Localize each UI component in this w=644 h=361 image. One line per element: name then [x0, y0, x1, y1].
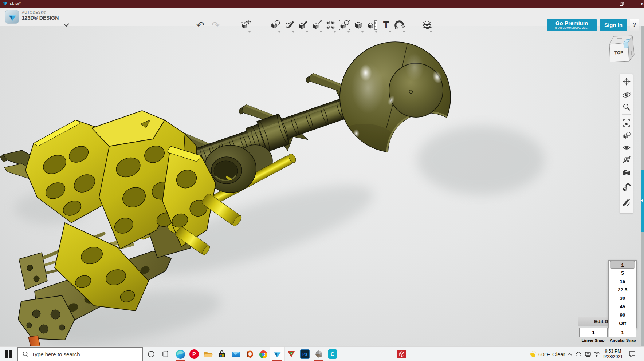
show-desktop-divider[interactable] — [643, 349, 643, 359]
snap-option[interactable]: 5 — [609, 269, 636, 277]
sketch-button[interactable] — [283, 19, 295, 31]
dropdown-caret[interactable] — [403, 31, 405, 33]
onedrive-cloud-icon[interactable] — [574, 348, 583, 360]
taskbar-app-pinterest[interactable]: P — [188, 348, 200, 360]
material-button[interactable] — [421, 19, 433, 31]
search-input[interactable] — [32, 348, 139, 360]
orbit-tool[interactable] — [622, 90, 631, 99]
pattern-button[interactable] — [325, 19, 337, 31]
view-tools-panel — [620, 74, 633, 214]
dropdown-caret[interactable] — [430, 31, 432, 33]
file-explorer-icon — [203, 350, 213, 358]
dropdown-caret[interactable] — [375, 31, 377, 33]
pinterest-icon: P — [189, 349, 199, 359]
toolbar-separator — [414, 20, 414, 30]
action-center-icon[interactable] — [627, 348, 637, 360]
dropdown-caret[interactable] — [292, 31, 294, 33]
transform-move-button[interactable] — [239, 19, 252, 31]
zoom-tool[interactable] — [622, 103, 631, 111]
construct-button[interactable] — [297, 19, 309, 31]
snap-option-selected[interactable]: 1 — [610, 261, 635, 269]
taskbar-app-edge[interactable] — [174, 348, 186, 360]
visibility-tool[interactable] — [622, 143, 631, 152]
snap-toggle-tool[interactable] — [622, 183, 631, 192]
dropdown-caret[interactable] — [361, 31, 364, 33]
viewcube-corner-highlight[interactable] — [624, 43, 628, 48]
snap-option[interactable]: 90 — [609, 311, 636, 319]
dropdown-caret[interactable] — [320, 31, 322, 33]
measure-button[interactable] — [366, 19, 378, 31]
magnet-icon — [394, 20, 405, 31]
dropdown-caret[interactable] — [248, 31, 251, 33]
mail-icon — [231, 350, 240, 359]
close-button[interactable]: ✕ — [634, 0, 644, 8]
material-view-tool[interactable] — [622, 131, 631, 140]
view-cube[interactable]: TOP — [605, 33, 638, 65]
cura-icon: C — [328, 349, 337, 359]
wifi-icon[interactable] — [592, 348, 601, 360]
pan-tool[interactable] — [622, 77, 631, 86]
undo-button[interactable]: ↶ — [194, 19, 207, 31]
start-button[interactable] — [3, 348, 15, 360]
application-window: claw* — ✕ AUTODESK® 123D® DESIGN ↶ ↷ — [0, 0, 644, 361]
meet-now-icon[interactable] — [584, 348, 592, 360]
app-toolbar: AUTODESK® 123D® DESIGN ↶ ↷ — [0, 8, 644, 26]
angular-snap-dropdown: 1 5 15 22.5 30 45 90 Off — [608, 260, 637, 328]
modify-button[interactable] — [311, 19, 323, 31]
claw-3d-model[interactable] — [0, 26, 644, 346]
taskbar-app-123d-design[interactable] — [271, 348, 283, 360]
zoom-fit-tool[interactable] — [622, 119, 631, 127]
snap-option[interactable]: 22.5 — [609, 286, 636, 294]
tray-condition[interactable]: Clear — [552, 351, 565, 357]
app-logo[interactable] — [5, 10, 19, 24]
taskbar-app-cura[interactable]: C — [327, 348, 338, 360]
tray-temperature[interactable]: 60°F — [538, 351, 550, 357]
cortana-button[interactable] — [145, 348, 157, 360]
dropdown-caret[interactable] — [306, 31, 308, 33]
dropdown-caret[interactable] — [347, 31, 350, 33]
linear-snap-input[interactable]: 1 — [579, 328, 608, 337]
redo-button[interactable]: ↷ — [209, 19, 222, 31]
grid-toggle-tool[interactable] — [622, 155, 631, 164]
taskbar-app-visualizer[interactable] — [285, 348, 297, 360]
screenshot-tool[interactable] — [622, 168, 631, 177]
snap-option[interactable]: 45 — [609, 302, 636, 311]
task-view-button[interactable] — [160, 348, 172, 360]
sketch-visibility-tool[interactable] — [622, 198, 631, 207]
tray-chevron-icon[interactable] — [565, 348, 573, 360]
dropdown-caret[interactable] — [278, 31, 280, 33]
restore-button[interactable] — [613, 0, 630, 8]
title-bar: claw* — ✕ — [0, 0, 644, 8]
dropdown-caret[interactable] — [334, 31, 336, 33]
main-menu-chevron-icon[interactable] — [60, 19, 72, 31]
dropdown-caret[interactable] — [389, 31, 391, 33]
tray-clock[interactable]: 9:53 PM 9/23/2021 — [602, 349, 624, 360]
go-premium-button[interactable]: Go Premium (FOR COMMERCIAL USE) — [547, 19, 597, 31]
taskbar-app-store[interactable] — [216, 348, 228, 360]
taskbar-app-3d-viewer[interactable] — [313, 348, 325, 360]
taskbar-app-chrome[interactable] — [258, 348, 269, 360]
panel-collapse-tab[interactable] — [641, 170, 644, 232]
taskbar-app-photoshop[interactable]: Ps — [299, 348, 311, 360]
taskbar-app-mail[interactable] — [230, 348, 242, 360]
minimize-button[interactable]: — — [593, 0, 609, 8]
snap-tool-button[interactable] — [394, 19, 406, 31]
combine-button[interactable] — [352, 19, 365, 31]
3d-viewport[interactable]: TOP — [0, 26, 644, 346]
snap-option[interactable]: 15 — [609, 277, 636, 286]
snap-option[interactable]: 30 — [609, 294, 636, 302]
snap-option[interactable]: Off — [609, 319, 636, 328]
taskbar-app-office[interactable] — [244, 348, 255, 360]
taskbar-app-3d-builder[interactable] — [396, 348, 408, 360]
collapse-arrow-icon — [641, 199, 643, 202]
text-tool-button[interactable]: T — [380, 19, 392, 31]
help-button[interactable]: ? — [630, 19, 639, 31]
taskbar-search[interactable] — [17, 347, 143, 361]
taskbar-app-file-explorer[interactable] — [202, 348, 214, 360]
primitives-button[interactable] — [269, 19, 282, 31]
angular-snap-input[interactable]: 1 — [609, 328, 636, 337]
sign-in-button[interactable]: Sign In — [600, 19, 627, 31]
toolbar-separator — [231, 20, 231, 30]
grouping-button[interactable] — [338, 19, 351, 31]
weather-moon-icon[interactable] — [527, 348, 539, 360]
